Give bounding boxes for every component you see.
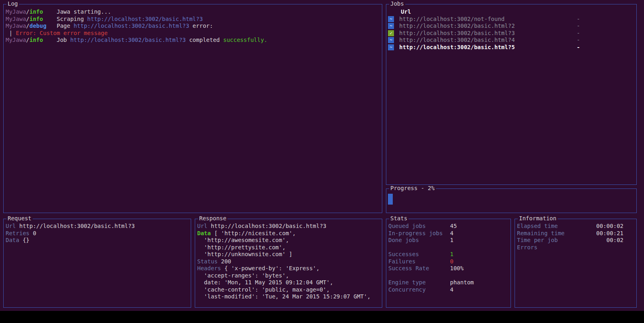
information-panel: Information Elapsed time00:00:02Remainin… (515, 219, 637, 308)
stat-value: 1 (450, 237, 453, 244)
jobs-rows: ~http://localhost:3002/not-found-~http:/… (388, 16, 636, 51)
text-segment: completed (186, 37, 223, 43)
response-line: 'cache-control': 'public, max-age=0', (197, 286, 381, 294)
text-segment: MyJawa (6, 23, 26, 29)
text-segment: Jawa starting... (43, 8, 111, 15)
stats-panel: Stats Queued jobs45In-progress jobs4Done… (386, 219, 511, 308)
text-segment: | (6, 30, 16, 36)
job-result: - (577, 37, 580, 44)
info-row: Remaining time00:00:21 (517, 230, 623, 237)
info-value: 00:00:02 (596, 223, 623, 230)
log-lines[interactable]: MyJawa/info Jawa starting...MyJawa/info … (6, 8, 381, 44)
text-segment: debug (29, 23, 46, 29)
stat-row: In-progress jobs4 (388, 230, 509, 237)
text-segment: http://localhost:3002/basic.html?3 (16, 223, 135, 229)
text-segment: Url (6, 223, 16, 229)
request-line: Data {} (6, 237, 190, 244)
text-segment: 'http://unknownsite.com' ] (197, 251, 292, 257)
log-panel: Log MyJawa/info Jawa starting...MyJawa/i… (3, 4, 382, 213)
stat-value: 4 (450, 286, 453, 294)
text-segment: info (29, 8, 43, 15)
log-line: MyJawa/info Scraping http://localhost:30… (6, 16, 381, 23)
response-line: Headers { 'x-powered-by': 'Express', (197, 265, 381, 272)
log-line: MyJawa/info Jawa starting... (6, 8, 381, 16)
text-segment: 'cache-control': 'public, max-age=0', (197, 286, 330, 293)
stat-value: 4 (450, 230, 453, 237)
stat-label: Success Rate (388, 265, 450, 272)
text-segment: 'http://prettysite.com', (197, 244, 286, 251)
log-line: MyJawa/info Job http://localhost:3002/ba… (6, 37, 381, 44)
information-rows: Elapsed time00:00:02Remaining time00:00:… (517, 223, 623, 251)
text-segment: info (29, 37, 43, 43)
stat-label (388, 244, 450, 251)
job-row[interactable]: ✓http://localhost:3002/basic.html?3- (388, 30, 636, 37)
information-panel-title: Information (518, 215, 558, 222)
job-row[interactable]: ~http://localhost:3002/basic.html?5- (388, 44, 636, 51)
text-segment: MyJawa (6, 16, 26, 22)
text-segment: http://localhost:3002/basic.html?3 (87, 16, 203, 22)
job-pending-icon: ~ (388, 23, 394, 29)
text-segment: Error: Custom error message (16, 30, 108, 36)
job-row[interactable]: ~http://localhost:3002/basic.html?2- (388, 23, 636, 30)
text-segment: / (26, 16, 29, 22)
text-segment: date: 'Mon, 11 May 2015 09:12:04 GMT', (197, 279, 333, 286)
text-segment: MyJawa (6, 37, 26, 43)
response-line: 'accept-ranges': 'bytes', (197, 272, 381, 280)
log-line: MyJawa/debug Page http://localhost:3002/… (6, 23, 381, 30)
stat-label: In-progress jobs (388, 230, 450, 237)
text-segment: / (26, 37, 29, 43)
info-label: Time per job (517, 237, 558, 244)
info-value: 00:00:21 (596, 230, 623, 237)
text-segment: / (26, 8, 29, 15)
job-result: - (577, 30, 580, 37)
request-lines: Url http://localhost:3002/basic.html?3Re… (6, 223, 190, 244)
info-row: Time per job00:02 (517, 237, 623, 244)
job-url: http://localhost:3002/basic.html?4 (399, 37, 577, 44)
response-panel: Response Url http://localhost:3002/basic… (195, 219, 382, 308)
text-segment: Data (197, 230, 211, 236)
stat-row: Queued jobs45 (388, 223, 509, 230)
stat-value: 100% (450, 265, 464, 272)
request-line: Retries 0 (6, 230, 190, 237)
text-segment: / (26, 23, 29, 29)
stat-value: phantom (450, 279, 474, 286)
text-segment: http://localhost:3002/basic.html?3 (207, 223, 326, 229)
job-pending-icon: ~ (388, 44, 394, 50)
text-segment: http://localhost:3002/basic.html?3 (70, 37, 186, 43)
info-label: Remaining time (517, 230, 565, 237)
stat-row: Successes1 (388, 251, 509, 258)
job-row[interactable]: ~http://localhost:3002/basic.html?4- (388, 37, 636, 44)
text-segment: http://localhost:3002/basic.html?3 (74, 23, 190, 29)
text-segment: 'last-modified': 'Tue, 24 Mar 2015 15:29… (197, 293, 371, 300)
response-line: 'http://awesomesite.com', (197, 237, 381, 244)
stat-label: Engine type (388, 279, 450, 286)
request-line: Url http://localhost:3002/basic.html?3 (6, 223, 190, 230)
progress-bar-fill (388, 194, 393, 205)
stat-row (388, 272, 509, 280)
job-pending-icon: ~ (388, 37, 394, 43)
request-panel-title: Request (6, 215, 33, 222)
stat-label: Queued jobs (388, 223, 450, 230)
job-row[interactable]: ~http://localhost:3002/not-found- (388, 16, 636, 23)
stat-label: Concurrency (388, 286, 450, 294)
info-label: Elapsed time (517, 223, 558, 230)
job-done-icon: ✓ (388, 30, 394, 36)
stats-panel-title: Stats (389, 215, 408, 222)
response-line: Url http://localhost:3002/basic.html?3 (197, 223, 381, 230)
info-label: Errors (517, 244, 538, 251)
text-segment: MyJawa (6, 8, 26, 15)
text-segment: 0 (29, 230, 36, 236)
stat-value: 45 (450, 223, 457, 230)
text-segment: Status (197, 258, 218, 265)
stat-value: 0 (450, 258, 453, 265)
info-row: Elapsed time00:00:02 (517, 223, 623, 230)
response-line: 'http://unknownsite.com' ] (197, 251, 381, 258)
text-segment: 200 (218, 258, 231, 265)
jobs-panel: Jobs Url ~http://localhost:3002/not-foun… (386, 4, 637, 185)
response-lines: Url http://localhost:3002/basic.html?3Da… (197, 223, 381, 300)
text-segment: 'http://awesomesite.com', (197, 237, 289, 243)
stat-row: Success Rate100% (388, 265, 509, 272)
text-segment: Job (43, 37, 70, 43)
text-segment: info (29, 16, 43, 22)
stat-label: Done jobs (388, 237, 450, 244)
